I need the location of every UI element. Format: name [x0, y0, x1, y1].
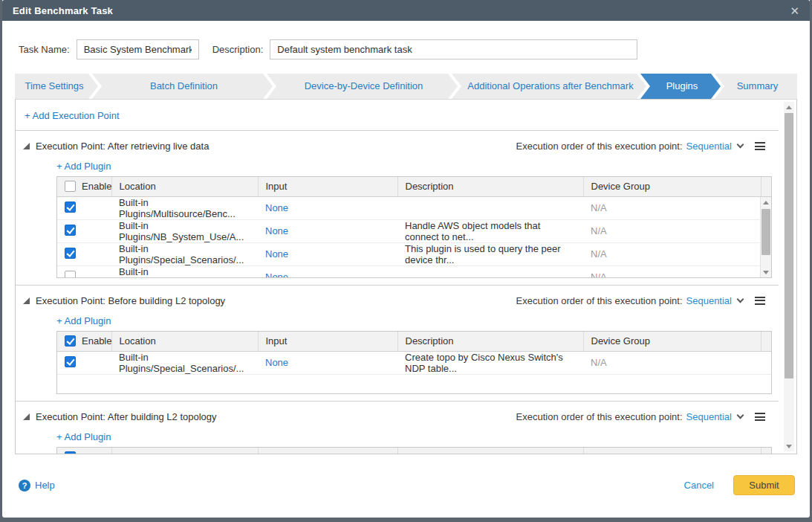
execution-point-title: Execution Point: After retrieving live d… — [36, 141, 209, 152]
enable-all-checkbox[interactable] — [65, 451, 76, 454]
description-cell — [397, 265, 583, 278]
menu-icon[interactable] — [755, 413, 765, 421]
device-group-cell: N/A — [583, 219, 761, 242]
location-cell: Built-in Plugins/Special_Scenarios/... — [111, 242, 258, 265]
section-divider — [16, 130, 779, 131]
location-column-header: Location — [111, 448, 258, 454]
help-label: Help — [35, 480, 55, 491]
execution-order-select[interactable]: Sequential — [686, 411, 732, 422]
execution-order-select[interactable]: Sequential — [686, 141, 732, 152]
plugin-table: Enable Location Input Description Device… — [56, 331, 772, 394]
tab-plugins[interactable]: Plugins — [640, 74, 721, 99]
task-name-label: Task Name: — [19, 44, 70, 55]
tab-batch-definition[interactable]: Batch Definition — [92, 74, 273, 99]
enable-checkbox[interactable] — [65, 248, 76, 259]
table-header-row: Enable Location Input Description Device… — [57, 177, 772, 196]
input-link[interactable]: None — [265, 225, 288, 236]
execution-point-title: Execution Point: Before building L2 topo… — [36, 295, 225, 306]
table-row: Built-in Plugins/NB_System_Use/A... None… — [57, 219, 772, 242]
chevron-down-icon[interactable] — [737, 412, 744, 419]
plugins-panel: + Add Execution Point Execution Point: A… — [15, 99, 797, 454]
location-cell: Built-in Plugins/NB_System_Use/A... — [111, 219, 258, 242]
dialog-title: Edit Benchmark Task — [13, 5, 113, 16]
collapse-triangle-icon[interactable] — [23, 413, 30, 420]
device-group-column-header: Device Group — [583, 177, 761, 196]
cancel-button[interactable]: Cancel — [684, 480, 714, 491]
description-column-header: Description — [397, 177, 583, 196]
description-column-header: Description — [397, 332, 583, 351]
edit-benchmark-task-dialog: Edit Benchmark Task ✕ Task Name: Descrip… — [2, 0, 810, 518]
device-group-cell: N/A — [583, 351, 761, 374]
task-name-input[interactable] — [77, 39, 199, 59]
table-scrollbar[interactable] — [760, 197, 771, 277]
close-icon[interactable]: ✕ — [790, 5, 799, 16]
add-plugin-link[interactable]: + Add Plugin — [56, 161, 111, 172]
input-column-header: Input — [258, 332, 397, 351]
execution-point-section-header: Execution Point: After building L2 topol… — [23, 409, 765, 424]
table-row: Built-in Plugins/NB_System_Use/Si... Non… — [57, 265, 772, 278]
chevron-down-icon[interactable] — [737, 296, 744, 303]
device-group-cell: N/A — [583, 196, 761, 219]
enable-checkbox[interactable] — [65, 271, 76, 279]
location-column-header: Location — [111, 332, 258, 351]
description-cell: This plugin is used to query the peer de… — [397, 242, 583, 265]
dialog-footer: ? Help Cancel Submit — [2, 454, 810, 518]
table-header-row: Enable Location Input Description Device… — [57, 448, 772, 454]
chevron-down-icon[interactable] — [737, 141, 744, 149]
device-group-column-header: Device Group — [583, 332, 761, 351]
description-cell — [397, 196, 583, 219]
enable-all-checkbox[interactable] — [65, 335, 76, 347]
help-button[interactable]: ? Help — [19, 480, 55, 492]
input-link[interactable]: None — [265, 202, 288, 213]
tab-additional-operations[interactable]: Additional Operations after Benchmark — [452, 74, 646, 99]
enable-checkbox[interactable] — [65, 225, 76, 236]
execution-order-label: Execution order of this execution point: — [516, 141, 683, 152]
enable-column-header: Enable — [82, 335, 111, 347]
submit-button[interactable]: Submit — [733, 475, 795, 495]
scrollbar-thumb[interactable] — [785, 113, 793, 378]
scroll-down-icon[interactable] — [761, 267, 771, 277]
table-row: Built-in Plugins/Special_Scenarios/... N… — [57, 242, 772, 265]
tab-summary[interactable]: Summary — [715, 74, 797, 99]
enable-column-header: Enable — [82, 451, 111, 454]
scrollbar-thumb[interactable] — [761, 209, 770, 255]
help-icon[interactable]: ? — [19, 480, 30, 492]
table-header-row: Enable Location Input Description Device… — [57, 332, 772, 351]
input-column-header: Input — [258, 448, 397, 454]
enable-checkbox[interactable] — [65, 202, 76, 213]
input-link[interactable]: None — [265, 248, 288, 260]
execution-point-section-header: Execution Point: After retrieving live d… — [23, 138, 765, 153]
collapse-triangle-icon[interactable] — [23, 297, 30, 304]
scroll-down-icon[interactable] — [784, 441, 794, 451]
scroll-up-icon[interactable] — [761, 197, 771, 207]
plugin-table: Enable Location Input Description Device… — [56, 176, 772, 278]
input-link[interactable]: None — [265, 271, 288, 278]
device-group-cell: N/A — [583, 265, 761, 278]
add-plugin-link[interactable]: + Add Plugin — [56, 431, 111, 442]
location-cell: Built-in Plugins/NB_System_Use/Si... — [111, 265, 258, 278]
input-link[interactable]: None — [265, 357, 288, 368]
add-execution-point-link[interactable]: + Add Execution Point — [25, 110, 120, 121]
dialog-titlebar: Edit Benchmark Task ✕ — [2, 0, 810, 21]
location-column-header: Location — [111, 177, 258, 196]
description-column-header: Description — [397, 448, 583, 454]
table-row: Built-in Plugins/Special_Scenarios/... N… — [57, 351, 772, 374]
enable-checkbox[interactable] — [65, 356, 76, 367]
execution-order-select[interactable]: Sequential — [686, 295, 732, 306]
execution-point-section-header: Execution Point: Before building L2 topo… — [23, 293, 765, 308]
scroll-up-icon[interactable] — [784, 102, 794, 112]
device-group-column-header: Device Group — [583, 448, 761, 454]
description-cell: Create topo by Cisco Nexus Switch's NDP … — [397, 351, 583, 374]
tab-time-settings[interactable]: Time Settings — [15, 74, 98, 99]
input-column-header: Input — [258, 177, 397, 196]
menu-icon[interactable] — [755, 297, 765, 305]
menu-icon[interactable] — [755, 142, 765, 150]
add-plugin-link[interactable]: + Add Plugin — [56, 315, 111, 326]
wizard-tab-bar: Time Settings Batch Definition Device-by… — [15, 74, 797, 99]
collapse-triangle-icon[interactable] — [23, 143, 30, 149]
panel-scrollbar[interactable] — [784, 102, 794, 451]
tab-device-by-device-definition[interactable]: Device-by-Device Definition — [267, 74, 458, 99]
execution-order-label: Execution order of this execution point: — [516, 295, 683, 306]
enable-all-checkbox[interactable] — [65, 181, 76, 192]
description-input[interactable] — [270, 39, 637, 59]
